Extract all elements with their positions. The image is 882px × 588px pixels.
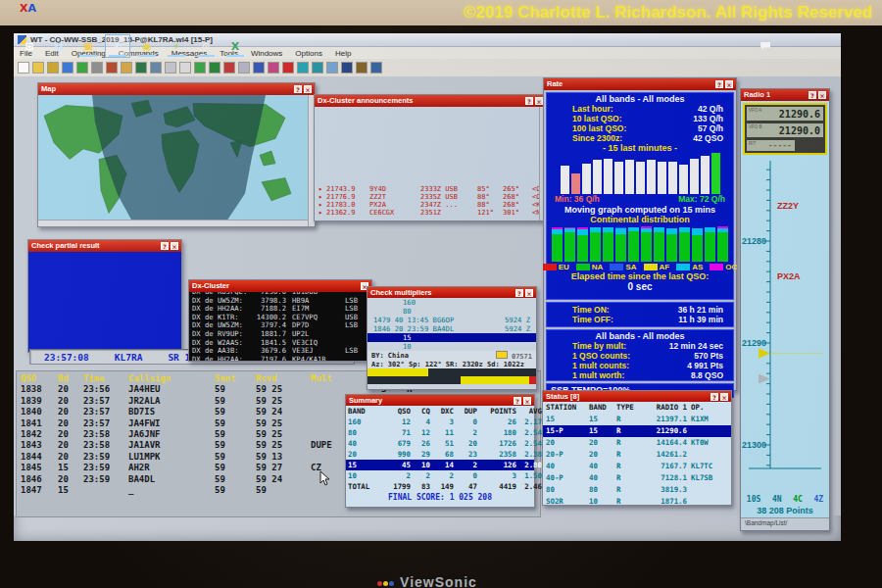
- summary-row[interactable]: 2099029682323582.38: [346, 449, 534, 460]
- bandmap-tabs[interactable]: \Bandmap/List/: [741, 517, 829, 530]
- status-titlebar[interactable]: Status [8] ?×: [543, 391, 731, 402]
- explorer-icon[interactable]: ▣: [76, 35, 100, 57]
- help-button[interactable]: ?: [808, 91, 816, 99]
- check-partial-titlebar[interactable]: Check partial result ?×: [28, 240, 181, 252]
- announcement-spot[interactable]: ▸21776.9ZZ2T2335Z USB88°268°<OA4O>: [318, 193, 536, 201]
- check-multipliers-window[interactable]: Check multipliers ?× 160801479 40 13:45 …: [367, 286, 537, 390]
- bandmap-spot[interactable]: PX2A: [777, 271, 801, 281]
- announcements-titlebar[interactable]: Dx-Cluster announcements ?×: [315, 95, 546, 107]
- red-cam-icon[interactable]: [223, 62, 235, 74]
- summary-row[interactable]: 10222031.50: [346, 470, 534, 481]
- announcements-window[interactable]: Dx-Cluster announcements ?× ▸21743.99Y4D…: [314, 94, 547, 221]
- num-1-icon[interactable]: [341, 62, 353, 74]
- status-row[interactable]: 8080R3819.3: [543, 484, 731, 496]
- multiplier-row[interactable]: 1846 20 23:59 BA4DL5924 Z: [368, 324, 536, 333]
- status-window[interactable]: Status [8] ?× STATIONBANDTYPERADIO 1OP.1…: [542, 390, 732, 506]
- ham-app-icon[interactable]: ⚡: [165, 35, 188, 57]
- pointer-icon[interactable]: [91, 62, 103, 74]
- help-button[interactable]: ?: [515, 289, 523, 297]
- multiplier-row[interactable]: 15: [368, 333, 536, 342]
- multiplier-row[interactable]: 80: [368, 307, 536, 316]
- num-2-icon[interactable]: [356, 62, 368, 74]
- vfo-b-display[interactable]: VFO B 21290.0: [747, 123, 823, 137]
- radio1-window[interactable]: Radio 1 ?× VFO A 21290.6 VFO B 21290.0 R…: [740, 88, 830, 531]
- red-dot-icon[interactable]: [282, 62, 294, 74]
- multiplier-row[interactable]: 160: [368, 298, 536, 307]
- map-hscrollbar[interactable]: [38, 220, 308, 226]
- summary-row[interactable]: TOTAL1799831494744192.46: [346, 481, 534, 492]
- frame-icon[interactable]: [179, 62, 191, 74]
- close-icon[interactable]: ×: [171, 242, 178, 250]
- status-row[interactable]: 1515R21397.1K1XM: [543, 414, 731, 425]
- globe-icon[interactable]: [121, 62, 132, 74]
- help-button[interactable]: ?: [710, 393, 718, 401]
- excel-icon[interactable]: X: [223, 35, 247, 57]
- bandmap-spot[interactable]: ZZ2Y: [777, 201, 799, 211]
- summary-titlebar[interactable]: Summary ?×: [346, 395, 534, 406]
- help-button[interactable]: ?: [514, 397, 521, 405]
- rate-titlebar[interactable]: Rate ?×: [544, 78, 736, 90]
- status-row[interactable]: SO2R10R1871.6: [543, 496, 731, 508]
- monitor-icon[interactable]: [370, 62, 382, 74]
- up-arrow-icon[interactable]: [76, 62, 88, 74]
- announcement-spot[interactable]: ▸21362.9CE6CGX2351Z 121°301°<NP2X>: [318, 209, 536, 217]
- close-icon[interactable]: ×: [523, 397, 531, 405]
- chart-icon[interactable]: [268, 62, 279, 74]
- search-icon[interactable]: [165, 62, 176, 74]
- close-icon[interactable]: ×: [818, 91, 826, 99]
- check-multipliers-titlebar[interactable]: Check multipliers ?×: [368, 287, 536, 298]
- grid-icon[interactable]: [326, 62, 338, 74]
- task-view-icon[interactable]: ⧉: [47, 35, 71, 57]
- summary-window[interactable]: Summary ?× BANDQSOCQDXCDUPPOINTSAVG16012…: [345, 394, 535, 508]
- cyan-1-icon[interactable]: [297, 62, 309, 74]
- rit-display[interactable]: RIT -----: [747, 140, 795, 151]
- open-file-icon[interactable]: [32, 62, 44, 74]
- help-button[interactable]: ?: [161, 242, 169, 250]
- new-file-icon[interactable]: [18, 62, 29, 74]
- mag-icon[interactable]: [238, 62, 250, 74]
- green-1-icon[interactable]: [194, 62, 206, 74]
- summary-row[interactable]: 4067926512017262.54: [346, 438, 534, 449]
- dxcluster-titlebar[interactable]: Dx-Cluster ×: [189, 280, 371, 292]
- status-row[interactable]: 4040R7167.7KL7TC: [543, 461, 731, 472]
- speaker-icon[interactable]: [150, 62, 162, 74]
- settings-icon[interactable]: ⚙: [194, 35, 218, 57]
- green-2-icon[interactable]: [209, 62, 220, 74]
- status-row[interactable]: 2020R14164.4KT0W: [543, 437, 731, 449]
- down-arrow-icon[interactable]: [62, 62, 74, 74]
- cyan-2-icon[interactable]: [312, 62, 323, 74]
- menu-item-options[interactable]: Options: [295, 49, 322, 58]
- writelog-icon[interactable]: ✍: [106, 35, 129, 57]
- bandmap[interactable]: 212802129021300ZZ2YPX2A: [741, 157, 827, 495]
- multiplier-row[interactable]: 1479 40 13:45 BG6OP5924 Z: [368, 316, 536, 324]
- check-partial-window[interactable]: Check partial result ?×: [27, 239, 182, 353]
- menu-item-windows[interactable]: Windows: [251, 49, 282, 58]
- screen-icon[interactable]: [135, 62, 147, 74]
- summary-row[interactable]: 1545101421262.80: [346, 460, 534, 470]
- close-icon[interactable]: ×: [535, 97, 543, 105]
- summary-row[interactable]: 16012430262.17: [346, 416, 534, 427]
- dxcluster-window[interactable]: Dx-Cluster × DX de KU5FQL:7250.0IU1DUBDX…: [188, 279, 372, 362]
- help-button[interactable]: ?: [715, 80, 723, 88]
- map-titlebar[interactable]: Map ?×: [38, 83, 315, 95]
- start-icon[interactable]: ⊞: [18, 35, 41, 57]
- vfo-a-display[interactable]: VFO A 21290.6: [747, 107, 823, 121]
- announcement-spot[interactable]: ▸21783.0PX2A2347Z ...88°268°<KC3M*YU>: [318, 201, 536, 209]
- close-icon[interactable]: ×: [304, 85, 312, 93]
- close-icon[interactable]: ×: [725, 80, 733, 88]
- map-window[interactable]: Map ?×: [37, 82, 316, 227]
- chrome-icon[interactable]: ◉: [135, 35, 159, 57]
- close-icon[interactable]: ×: [525, 289, 533, 297]
- blue-doc-icon[interactable]: [253, 62, 265, 74]
- rate-window[interactable]: Rate ?× All bands - All modes Last hour:…: [543, 77, 737, 391]
- mute-icon[interactable]: [106, 62, 118, 74]
- status-row[interactable]: 15-P15R21290.6: [543, 425, 731, 437]
- menu-item-help[interactable]: Help: [335, 49, 351, 58]
- status-row[interactable]: 20-P20R14261.2: [543, 449, 731, 461]
- status-row[interactable]: 40-P40R7128.1KL7SB: [543, 472, 731, 484]
- radio1-titlebar[interactable]: Radio 1 ?×: [741, 89, 829, 101]
- announcement-spot[interactable]: ▸21743.99Y4D2333Z USB85°265°<OA4O>: [318, 185, 536, 193]
- close-icon[interactable]: ×: [720, 393, 728, 401]
- help-button[interactable]: ?: [294, 85, 302, 93]
- help-button[interactable]: ?: [525, 97, 533, 105]
